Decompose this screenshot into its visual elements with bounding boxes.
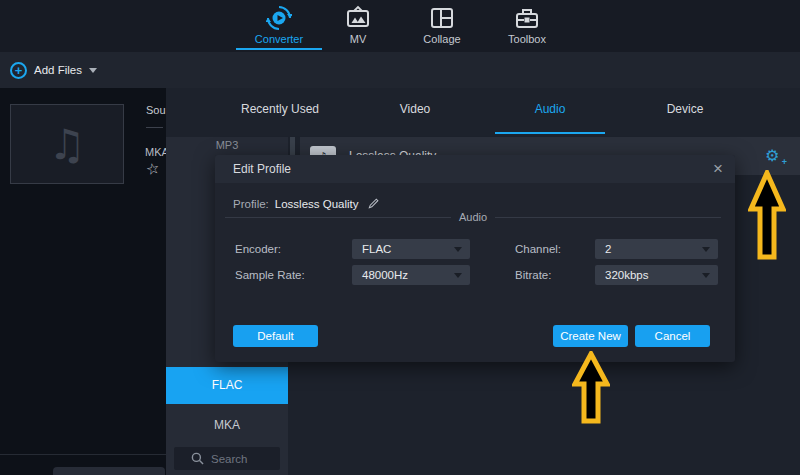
- profile-label: Profile:: [233, 198, 269, 210]
- sidebar-item-mka[interactable]: MKA: [166, 410, 288, 440]
- audio-section-divider: Audio: [225, 211, 721, 223]
- search-icon: [191, 452, 204, 465]
- toolbox-icon: [489, 4, 565, 32]
- dialog-title: Edit Profile: [233, 155, 291, 183]
- chevron-down-icon: [702, 247, 710, 252]
- collage-icon: [404, 4, 480, 32]
- sidebar-item-partial[interactable]: MP3: [166, 139, 288, 151]
- nav-tab-toolbox[interactable]: Toolbox: [489, 4, 565, 50]
- music-note-icon: ♫: [48, 120, 86, 169]
- chevron-down-icon: [454, 247, 462, 252]
- source-label: Sou: [146, 104, 166, 116]
- bitrate-dropdown[interactable]: 320kbps: [595, 265, 718, 285]
- chevron-down-icon: [89, 68, 97, 73]
- create-new-button[interactable]: Create New: [553, 325, 628, 347]
- file-thumbnail: ♫: [10, 104, 124, 184]
- channel-label: Channel:: [515, 239, 561, 259]
- plus-circle-icon: +: [10, 62, 27, 79]
- search-box[interactable]: [174, 447, 280, 470]
- dialog-header: Edit Profile ×: [215, 155, 735, 183]
- divider: [146, 127, 163, 128]
- edit-profile-gear-button[interactable]: ⚙ +: [765, 146, 785, 166]
- panel-tab-video[interactable]: Video: [385, 102, 445, 132]
- sample-rate-label: Sample Rate:: [235, 265, 305, 285]
- close-icon[interactable]: ×: [713, 155, 723, 183]
- encoder-label: Encoder:: [235, 239, 281, 259]
- channel-dropdown[interactable]: 2: [595, 239, 718, 259]
- search-input[interactable]: [211, 453, 263, 465]
- active-tab-underline: [236, 48, 322, 50]
- panel-tab-device[interactable]: Device: [655, 102, 715, 132]
- section-label: Audio: [459, 211, 487, 223]
- encoder-dropdown[interactable]: FLAC: [352, 239, 470, 259]
- converter-icon: [236, 4, 322, 32]
- sidebar-item-flac[interactable]: FLAC: [166, 367, 288, 404]
- chevron-down-icon: [702, 273, 710, 278]
- profile-value: Lossless Quality: [275, 198, 359, 210]
- bitrate-label: Bitrate:: [515, 265, 551, 285]
- panel-tab-audio[interactable]: Audio: [520, 102, 580, 132]
- toolbar: + Add Files Converting Converted Convert…: [0, 52, 800, 88]
- divider: [0, 454, 166, 455]
- default-button[interactable]: Default: [233, 325, 318, 347]
- star-effect-icon[interactable]: ☆: [144, 159, 161, 179]
- bottom-bar-partial: [53, 467, 165, 475]
- gear-plus-icon: +: [782, 157, 787, 167]
- pencil-edit-icon[interactable]: [367, 197, 380, 210]
- cancel-button[interactable]: Cancel: [635, 325, 710, 347]
- chevron-down-icon: [454, 273, 462, 278]
- nav-tab-collage[interactable]: Collage: [404, 4, 480, 50]
- gear-icon: ⚙: [765, 146, 779, 165]
- top-nav-bar: Converter MV Collage: [0, 0, 800, 52]
- mv-icon: [330, 4, 386, 32]
- sample-rate-dropdown[interactable]: 48000Hz: [352, 265, 470, 285]
- nav-tab-mv[interactable]: MV: [330, 4, 386, 50]
- edit-profile-dialog: Edit Profile × Profile: Lossless Quality…: [215, 155, 735, 362]
- active-tab-underline: [495, 132, 605, 134]
- panel-tab-recently-used[interactable]: Recently Used: [225, 102, 335, 132]
- add-files-button[interactable]: + Add Files: [10, 52, 97, 88]
- nav-tab-converter[interactable]: Converter: [236, 4, 322, 50]
- add-files-label: Add Files: [34, 64, 82, 76]
